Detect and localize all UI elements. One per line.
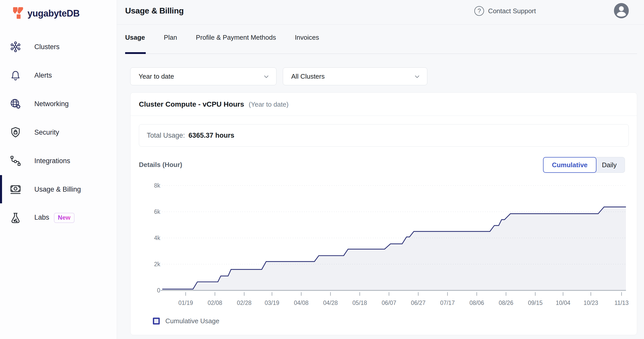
card-divider	[130, 116, 637, 116]
card-subtitle: (Year to date)	[249, 101, 289, 108]
sidebar-item-alerts[interactable]: Alerts	[0, 63, 117, 88]
networking-globe-icon	[10, 98, 21, 109]
details-label: Details (Hour)	[139, 161, 182, 169]
question-circle-icon: ?	[474, 6, 484, 16]
sidebar-item-label: Clusters	[34, 43, 60, 51]
svg-text:2k: 2k	[154, 261, 160, 267]
svg-text:02/08: 02/08	[208, 300, 222, 306]
sidebar-item-security[interactable]: Security	[0, 120, 117, 145]
sidebar-item-networking[interactable]: Networking	[0, 92, 117, 116]
toggle-daily-button[interactable]: Daily	[594, 157, 625, 173]
page-header: Usage & Billing ? Contact Support	[117, 0, 644, 25]
svg-text:08/26: 08/26	[499, 300, 514, 306]
svg-text:6k: 6k	[154, 208, 160, 215]
sidebar-item-clusters[interactable]: Clusters	[0, 35, 117, 59]
tab-plan[interactable]: Plan	[164, 34, 177, 44]
svg-text:02/28: 02/28	[237, 300, 252, 306]
legend-label: Cumulative Usage	[165, 317, 219, 325]
period-dropdown-value: Year to date	[139, 73, 174, 80]
labs-flask-icon	[10, 212, 21, 223]
svg-text:10/04: 10/04	[556, 300, 570, 306]
total-usage-label: Total Usage:	[147, 132, 185, 139]
clusters-dropdown-value: All Clusters	[291, 73, 325, 80]
alerts-bell-icon	[10, 70, 21, 81]
sidebar-item-integrations[interactable]: Integrations	[0, 149, 117, 173]
tab-usage[interactable]: Usage	[125, 34, 145, 44]
brand-name: yugabyteDB	[27, 8, 80, 19]
user-avatar-icon	[614, 3, 629, 19]
svg-text:08/06: 08/06	[470, 300, 484, 306]
view-mode-toggle: Cumulative Daily	[543, 157, 625, 173]
sidebar-item-label: Networking	[34, 100, 69, 108]
svg-text:07/17: 07/17	[440, 300, 455, 306]
active-tab-underline	[125, 52, 146, 54]
svg-text:4k: 4k	[154, 235, 160, 241]
sidebar-item-label: Usage & Billing	[34, 186, 81, 193]
clusters-icon	[10, 41, 21, 52]
cluster-compute-card: Cluster Compute - vCPU Hours (Year to da…	[130, 92, 637, 335]
integrations-icon	[10, 155, 21, 166]
contact-support-label: Contact Support	[488, 7, 536, 15]
svg-text:06/07: 06/07	[382, 300, 397, 306]
sidebar-item-label: Security	[34, 129, 59, 136]
svg-text:06/27: 06/27	[411, 300, 426, 306]
total-usage-box: Total Usage: 6365.37 hours	[139, 124, 629, 147]
svg-text:8k: 8k	[154, 182, 160, 189]
yugabytedb-logo-icon	[12, 7, 24, 20]
toggle-cumulative-button[interactable]: Cumulative	[543, 157, 596, 173]
clusters-dropdown[interactable]: All Clusters	[283, 67, 427, 85]
sidebar-item-usage-billing[interactable]: Usage & Billing	[0, 177, 117, 202]
period-dropdown[interactable]: Year to date	[130, 67, 276, 85]
usage-chart-svg: 02k4k6k8k01/1902/0802/2803/1904/0804/280…	[139, 181, 635, 313]
chevron-down-icon	[414, 73, 420, 81]
contact-support-button[interactable]: ? Contact Support	[474, 6, 536, 16]
svg-text:01/19: 01/19	[178, 300, 193, 306]
svg-text:04/28: 04/28	[323, 300, 338, 306]
sidebar-item-label: LabsNew	[34, 213, 75, 223]
security-shield-icon	[10, 127, 21, 138]
sidebar: yugabyteDB Clusters	[0, 0, 117, 339]
chevron-down-icon	[263, 73, 270, 81]
sidebar-item-label: Alerts	[34, 72, 52, 79]
billing-tabs: Usage Plan Profile & Payment Methods Inv…	[125, 34, 319, 44]
svg-text:09/15: 09/15	[528, 300, 543, 306]
sidebar-item-label: Integrations	[34, 157, 70, 165]
total-usage-value: 6365.37 hours	[188, 132, 234, 139]
tab-profile-payment-methods[interactable]: Profile & Payment Methods	[196, 34, 276, 44]
billing-banknote-icon	[10, 184, 21, 195]
legend-checkbox-icon	[153, 318, 160, 324]
usage-billing-screen: yugabyteDB Clusters	[0, 0, 644, 339]
sidebar-item-labs[interactable]: LabsNew	[0, 206, 117, 230]
page-title: Usage & Billing	[125, 6, 184, 16]
svg-text:05/18: 05/18	[353, 300, 367, 306]
svg-text:11/13: 11/13	[614, 300, 629, 306]
card-title: Cluster Compute - vCPU Hours	[139, 100, 244, 108]
usage-chart: 02k4k6k8k01/1902/0802/2803/1904/0804/280…	[139, 181, 635, 313]
svg-text:10/23: 10/23	[583, 300, 598, 306]
yugabytedb-logo[interactable]: yugabyteDB	[12, 7, 80, 20]
svg-text:0: 0	[157, 287, 160, 294]
tab-invoices[interactable]: Invoices	[295, 34, 319, 44]
user-avatar[interactable]	[614, 4, 629, 18]
svg-text:03/19: 03/19	[265, 300, 280, 306]
tabs-divider	[125, 53, 637, 54]
chart-legend-cumulative-usage[interactable]: Cumulative Usage	[153, 317, 219, 325]
svg-text:04/08: 04/08	[294, 300, 309, 306]
new-badge: New	[54, 213, 75, 223]
